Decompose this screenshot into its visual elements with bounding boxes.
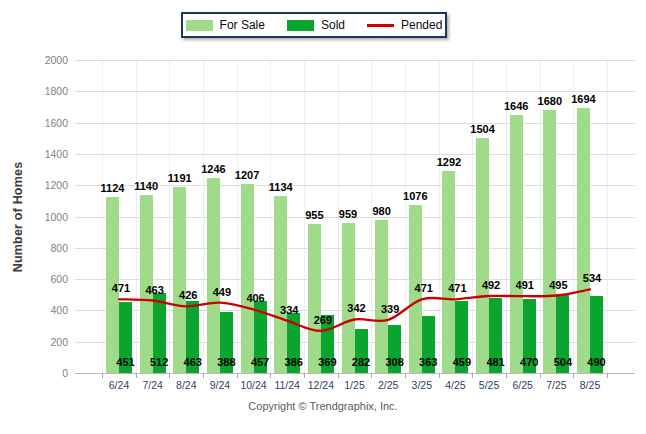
x-axis-tick [203, 374, 204, 378]
x-axis-tick [573, 374, 574, 378]
bar-for-sale [543, 110, 556, 373]
x-axis-tick [405, 374, 406, 378]
y-axis-tick-label: 200 [36, 336, 68, 348]
y-axis-tick-label: 2000 [36, 54, 68, 66]
bar-for-sale [342, 223, 355, 373]
pended-line-swatch [367, 24, 394, 27]
bar-for-sale [308, 224, 321, 373]
x-axis-tick [338, 374, 339, 378]
for-sale-swatch [186, 20, 213, 31]
for-sale-value-label: 1504 [458, 123, 508, 135]
y-axis-tick-label: 1600 [36, 117, 68, 129]
x-axis-tick [304, 374, 305, 378]
y-axis-tick-label: 1400 [36, 148, 68, 160]
y-axis-tick-label: 0 [36, 367, 68, 379]
pended-value-label: 339 [365, 303, 415, 315]
bar-for-sale [375, 220, 388, 373]
for-sale-value-label: 1292 [424, 156, 474, 168]
pended-value-label: 406 [231, 292, 281, 304]
pended-value-label: 269 [298, 314, 348, 326]
x-axis-tick [439, 374, 440, 378]
y-axis-tick-label: 400 [36, 304, 68, 316]
legend: For Sale Sold Pended [181, 12, 447, 38]
bar-for-sale [577, 108, 590, 373]
y-axis-tick-label: 800 [36, 242, 68, 254]
y-axis-tick-label: 1200 [36, 179, 68, 191]
horizontal-gridline [75, 60, 635, 61]
legend-label-sold: Sold [321, 18, 345, 32]
for-sale-value-label: 1207 [222, 169, 272, 181]
x-axis-tick [371, 374, 372, 378]
y-axis-tick-label: 1000 [36, 211, 68, 223]
x-axis-tick [540, 374, 541, 378]
x-axis-tick [506, 374, 507, 378]
horizontal-gridline [75, 91, 635, 92]
y-axis-tick-label: 1800 [36, 85, 68, 97]
legend-label-pended: Pended [401, 18, 442, 32]
x-axis-tick [169, 374, 170, 378]
y-axis-tick-label: 600 [36, 273, 68, 285]
for-sale-value-label: 980 [357, 205, 407, 217]
legend-label-for-sale: For Sale [220, 18, 265, 32]
bar-for-sale [207, 178, 220, 373]
y-axis-title: Number of Homes [11, 137, 25, 297]
sold-value-label: 490 [572, 356, 622, 368]
for-sale-value-label: 1076 [390, 190, 440, 202]
bar-for-sale [510, 115, 523, 373]
bar-for-sale [173, 187, 186, 373]
copyright-footer: Copyright © Trendgraphix, Inc. [0, 400, 646, 412]
x-axis-category-label: 8/25 [568, 379, 612, 391]
sold-swatch [287, 20, 314, 31]
x-axis-tick [270, 374, 271, 378]
x-axis-tick [607, 374, 608, 378]
bar-for-sale [274, 196, 287, 373]
x-axis-tick [102, 374, 103, 378]
x-axis-line [75, 373, 635, 374]
bar-for-sale [476, 138, 489, 373]
x-axis-tick [136, 374, 137, 378]
for-sale-value-label: 1134 [256, 181, 306, 193]
pended-value-label: 534 [567, 272, 617, 284]
bar-for-sale [442, 171, 455, 373]
x-axis-tick [472, 374, 473, 378]
chart-canvas: For Sale Sold Pended Number of Homes 020… [0, 0, 646, 434]
bar-for-sale [241, 184, 254, 373]
x-axis-tick [237, 374, 238, 378]
for-sale-value-label: 1694 [559, 93, 609, 105]
